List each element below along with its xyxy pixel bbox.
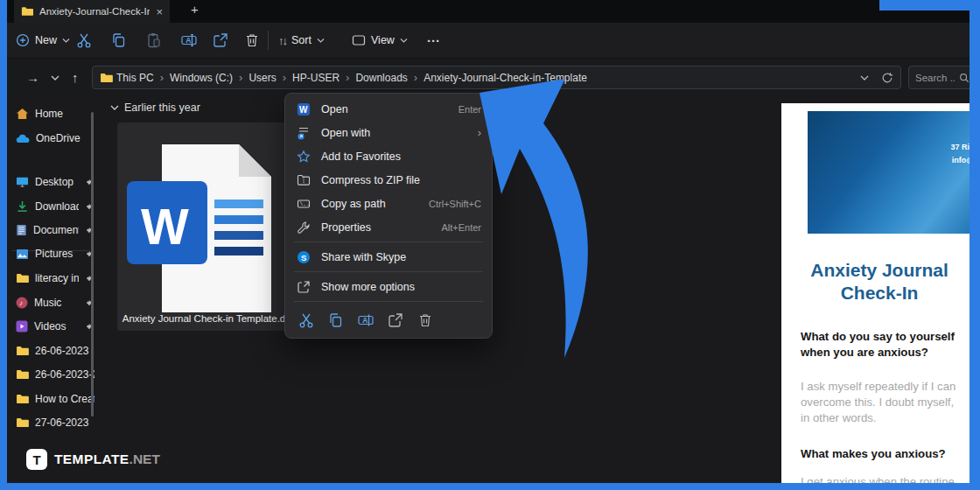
folder-icon	[16, 369, 29, 380]
cut-button[interactable]	[75, 23, 93, 58]
view-button[interactable]: View	[352, 23, 408, 58]
ellipsis-icon: ···	[427, 33, 440, 48]
plus-circle-icon	[16, 33, 30, 47]
copy-button[interactable]	[110, 23, 128, 58]
sidebar-item-home[interactable]: Home	[7, 103, 94, 124]
menu-item-add-to-favorites[interactable]: Add to Favorites	[285, 144, 492, 168]
chevron-down-icon	[317, 38, 325, 44]
document-question-1: What do you say to yourself when you are…	[801, 329, 965, 361]
breadcrumb-hp-user[interactable]: HP-USER	[292, 72, 340, 84]
search-icon	[959, 73, 970, 83]
onedrive-cloud-icon	[16, 134, 30, 144]
trash-icon	[243, 32, 261, 49]
sidebar-item-folder-26-06-2023-2[interactable]: 26-06-2023-2	[7, 364, 94, 385]
frame-left	[0, 0, 7, 490]
explorer-tab[interactable]: Anxiety-Journal-Check-In-Tem ×	[14, 0, 170, 23]
sidebar-item-folder-how-to-create[interactable]: How to Create a	[7, 388, 94, 410]
recent-locations-button[interactable]	[51, 59, 60, 96]
sidebar-item-documents[interactable]: Documents	[7, 220, 94, 241]
forward-button[interactable]: →	[26, 59, 39, 96]
new-button[interactable]: New	[16, 23, 70, 58]
wrench-icon	[296, 220, 312, 234]
sort-button[interactable]: ↑↓ Sort	[278, 23, 325, 58]
svg-text:W: W	[141, 198, 189, 255]
view-icon	[352, 34, 366, 46]
menu-item-compress-zip[interactable]: Compress to ZIP file	[285, 168, 492, 192]
menu-item-show-more-options[interactable]: Show more options	[285, 275, 492, 298]
view-label: View	[371, 34, 395, 46]
navigation-pane: Home OneDrive Desktop Downloads Document…	[7, 96, 94, 483]
word-document-icon: W	[116, 133, 274, 312]
svg-text:♪: ♪	[19, 299, 23, 307]
download-icon	[16, 200, 29, 213]
cut-quick-button[interactable]	[298, 312, 315, 329]
menu-item-open[interactable]: W Open Enter	[285, 97, 492, 121]
copy-quick-button[interactable]	[327, 312, 345, 329]
sort-arrows-icon: ↑↓	[278, 34, 286, 47]
sidebar-item-folder-27-06-2023[interactable]: 27-06-2023	[7, 412, 94, 433]
open-with-icon	[296, 126, 312, 140]
delete-quick-button[interactable]	[416, 312, 434, 329]
document-header-image: 37 Riv info@	[808, 111, 978, 234]
template-t-icon: T	[26, 449, 47, 470]
breadcrumb-windows-c[interactable]: Windows (C:)	[170, 72, 233, 84]
star-icon	[296, 150, 312, 164]
share-quick-button[interactable]	[387, 312, 404, 329]
delete-button[interactable]	[243, 23, 261, 58]
refresh-icon[interactable]	[881, 72, 893, 84]
sidebar-scrollbar[interactable]	[91, 112, 94, 416]
breadcrumb-separator: ›	[236, 71, 245, 84]
desktop-icon	[16, 176, 29, 188]
group-header-earlier-this-year[interactable]: Earlier this year	[110, 102, 200, 114]
more-options-button[interactable]: ···	[427, 23, 440, 58]
folder-icon	[21, 6, 33, 17]
breadcrumb-separator: ›	[343, 71, 352, 84]
svg-text:A: A	[362, 316, 368, 325]
breadcrumb-separator: ›	[158, 71, 166, 84]
sidebar-item-music[interactable]: ♪ Music	[7, 292, 94, 313]
menu-divider	[294, 242, 483, 242]
sidebar-item-desktop[interactable]: Desktop	[7, 172, 94, 192]
breadcrumb-separator: ›	[411, 71, 420, 84]
address-dropdown-icon[interactable]	[860, 74, 869, 81]
menu-item-open-with[interactable]: Open with ›	[285, 121, 492, 144]
templatenet-logo: T TEMPLATE.NET	[26, 449, 160, 470]
new-tab-button[interactable]: +	[191, 2, 199, 17]
tab-bar: Anxiety-Journal-Check-In-Tem × +	[7, 0, 970, 23]
rename-quick-button[interactable]: A	[357, 312, 374, 329]
sidebar-item-downloads[interactable]: Downloads	[7, 196, 94, 217]
sidebar-item-literacy-instru[interactable]: literacy instru	[7, 268, 94, 289]
breadcrumb-users[interactable]: Users	[248, 72, 276, 84]
up-button[interactable]: ↑	[72, 59, 79, 96]
sidebar-item-onedrive[interactable]: OneDrive	[7, 128, 94, 149]
share-button[interactable]	[212, 23, 229, 58]
menu-item-copy-as-path[interactable]: \.. Copy as path Ctrl+Shift+C	[285, 192, 492, 215]
scissors-icon	[75, 32, 93, 49]
frame-bottom	[0, 483, 980, 490]
document-question-2: What makes you anxious?	[801, 446, 965, 462]
chevron-down-icon	[51, 74, 60, 81]
sidebar-item-videos[interactable]: Videos	[7, 316, 94, 337]
close-tab-icon[interactable]: ×	[156, 6, 163, 18]
sidebar-item-folder-26-06-2023[interactable]: 26-06-2023	[7, 340, 94, 361]
menu-item-share-skype[interactable]: S Share with Skype	[285, 245, 492, 269]
menu-divider	[294, 301, 483, 302]
sidebar-item-pictures[interactable]: Pictures	[7, 243, 94, 264]
document-preview-pane: 37 Riv info@ Anxiety Journal Check-In Wh…	[781, 103, 978, 486]
file-name-label: Anxiety Journal Check-in Template.d	[117, 313, 290, 324]
paste-button[interactable]	[145, 23, 163, 58]
breadcrumb-this-pc[interactable]: This PC	[116, 72, 154, 84]
show-more-icon	[296, 280, 312, 294]
paste-icon	[145, 32, 163, 49]
menu-divider	[294, 271, 483, 272]
document-answer-1: I ask myself repeatedly if I can overcom…	[801, 379, 965, 425]
menu-item-properties[interactable]: Properties Alt+Enter	[285, 215, 492, 239]
breadcrumb-downloads[interactable]: Downloads	[355, 72, 407, 84]
rename-button[interactable]: A	[180, 23, 198, 58]
file-tile-word-document[interactable]: W Anxiety Journal Check-in Template.d	[117, 122, 290, 331]
copy-icon	[110, 32, 128, 49]
screenshot-canvas: Anxiety-Journal-Check-In-Tem × + New A	[0, 0, 980, 490]
copy-path-icon: \..	[296, 197, 312, 211]
word-icon: W	[296, 102, 312, 116]
search-input[interactable]: Search ...	[908, 66, 976, 89]
